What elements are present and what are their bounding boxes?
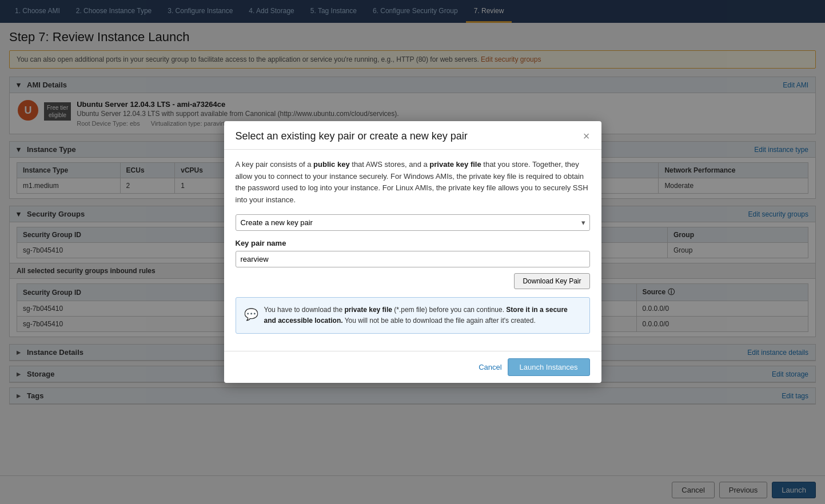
modal-footer: Cancel Launch Instances [224, 351, 601, 383]
modal-body: A key pair consists of a public key that… [224, 150, 601, 351]
modal-cancel-button[interactable]: Cancel [479, 363, 501, 371]
modal-overlay: Select an existing key pair or create a … [0, 0, 825, 446]
key-pair-type-select[interactable]: Create a new key pair Choose an existing… [236, 214, 590, 231]
modal-description: A key pair consists of a public key that… [236, 159, 590, 206]
key-pair-name-label: Key pair name [236, 239, 590, 247]
modal-header: Select an existing key pair or create a … [224, 121, 601, 150]
key-pair-type-select-wrapper: Create a new key pair Choose an existing… [236, 214, 590, 231]
modal-title: Select an existing key pair or create a … [236, 130, 468, 142]
modal-launch-button[interactable]: Launch Instances [508, 358, 590, 376]
info-box: 💬 You have to download the private key f… [236, 297, 590, 334]
key-pair-name-input[interactable] [236, 251, 590, 267]
info-icon: 💬 [244, 305, 258, 323]
modal-close-button[interactable]: × [583, 130, 590, 142]
download-btn-row: Download Key Pair [236, 273, 590, 289]
download-key-pair-button[interactable]: Download Key Pair [514, 273, 589, 289]
info-box-text: You have to download the private key fil… [264, 305, 581, 326]
key-pair-modal: Select an existing key pair or create a … [224, 121, 601, 383]
